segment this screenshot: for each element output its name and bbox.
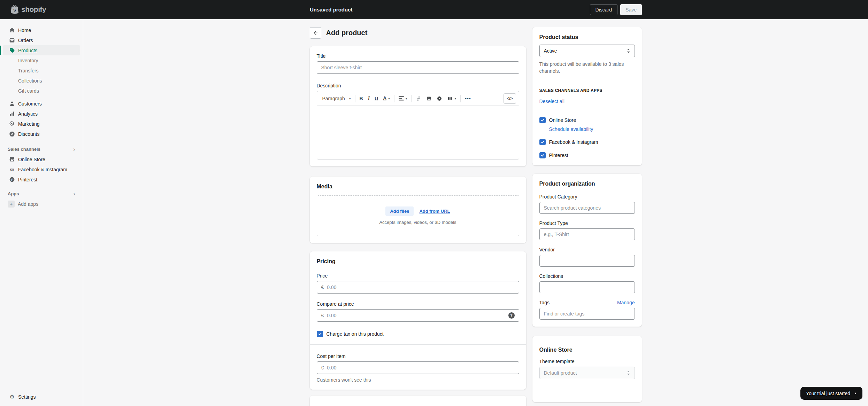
facebook-instagram-channel-label: Facebook & Instagram [549,139,598,145]
theme-template-label: Theme template [539,359,635,364]
media-dropzone[interactable]: Add files Add from URL Accepts images, v… [317,195,519,236]
online-store-icon [9,156,15,162]
sidebar-item-discounts[interactable]: Discounts [3,129,80,139]
online-store-checkbox[interactable] [539,117,546,123]
facebook-instagram-checkbox[interactable] [539,139,546,145]
description-label: Description [317,83,519,88]
compare-at-price-input[interactable] [327,313,508,318]
home-icon [9,27,15,33]
sidebar-item-products[interactable]: Products [3,45,80,55]
product-type-input[interactable] [539,228,635,240]
image-icon [426,96,432,101]
sidebar-item-home[interactable]: Home [3,25,80,35]
cost-per-item-input[interactable] [327,365,514,370]
sidebar-item-analytics[interactable]: Analytics [3,109,80,119]
sidebar-item-add-apps[interactable]: + Add apps [3,199,80,209]
sidebar-item-settings[interactable]: ⚙ Settings [3,392,80,402]
pinterest-channel-row[interactable]: Pinterest [539,152,635,158]
theme-template-select[interactable]: Default product [539,367,635,379]
show-html-button[interactable]: </> [504,93,516,104]
pinterest-icon: P [9,177,15,182]
facebook-instagram-channel-row[interactable]: Facebook & Instagram [539,139,635,145]
sidebar-item-inventory[interactable]: Inventory [3,55,80,65]
insert-video-button[interactable] [434,93,445,104]
sidebar-item-orders[interactable]: Orders [3,35,80,45]
marketing-icon [9,121,15,127]
tags-input[interactable] [539,308,635,320]
discard-button[interactable]: Discard [590,4,617,15]
apps-header[interactable]: Apps › [3,189,80,199]
orders-icon [9,37,15,43]
paragraph-style-dropdown[interactable]: Paragraph ▾ [320,93,353,104]
online-store-channel-row[interactable]: Online Store [539,117,635,123]
checkmark-icon [540,153,545,157]
description-editor: Paragraph ▾ B I U A ▾ [317,91,519,159]
price-input[interactable] [327,284,514,290]
compare-at-price-label: Compare at price [317,301,519,307]
page-title: Add product [326,29,368,37]
sidebar-item-collections[interactable]: Collections [3,76,80,86]
shopify-logo[interactable]: S shopify [10,5,46,14]
table-icon [447,96,453,101]
sidebar-item-facebook-instagram[interactable]: ∞ Facebook & Instagram [3,164,80,174]
charge-tax-checkbox[interactable] [317,331,323,337]
online-store-channel-label: Online Store [549,117,576,123]
underline-button[interactable]: U [372,93,381,104]
back-arrow-icon [313,30,318,36]
add-from-url-link[interactable]: Add from URL [419,209,450,214]
caret-down-icon: ▾ [388,97,390,100]
collections-input[interactable] [539,281,635,293]
pricing-card: Pricing Price € Compare at price € ? [310,251,526,390]
pinterest-checkbox[interactable] [539,152,546,158]
charge-tax-checkbox-row[interactable]: Charge tax on this product [317,331,519,337]
inventory-card: Inventory [310,396,526,406]
text-color-button[interactable]: A ▾ [381,93,392,104]
title-card: Title Description Paragraph ▾ B I U [310,46,526,166]
discounts-icon [9,131,15,137]
trial-status-badge[interactable]: Your trial just started ▲ [800,387,862,400]
more-formatting-button[interactable]: ••• [462,93,474,104]
help-icon[interactable]: ? [508,312,515,319]
alignment-button[interactable]: ▾ [396,93,410,104]
back-button[interactable] [310,27,321,39]
vendor-input[interactable] [539,255,635,267]
title-input[interactable] [317,61,519,74]
sidebar-item-transfers[interactable]: Transfers [3,65,80,76]
deselect-all-link[interactable]: Deselect all [539,99,564,104]
pinterest-channel-label: Pinterest [549,153,568,158]
insert-link-button[interactable] [413,93,424,104]
product-status-select[interactable]: Active [539,45,635,57]
sidebar-item-online-store[interactable]: Online Store [3,154,80,164]
sidebar-item-pinterest[interactable]: P Pinterest [3,174,80,185]
cost-per-item-label: Cost per item [317,353,519,359]
sidebar-item-marketing[interactable]: Marketing [3,119,80,129]
product-category-input[interactable] [539,202,635,214]
collections-label: Collections [539,273,635,279]
sales-channels-apps-header: SALES CHANNELS AND APPS [539,88,635,93]
charge-tax-label: Charge tax on this product [327,331,384,337]
sidebar-item-gift-cards[interactable]: Gift cards [3,86,80,96]
title-label: Title [317,53,519,59]
analytics-icon [9,111,15,117]
description-textarea[interactable] [317,106,519,159]
save-button[interactable]: Save [620,4,642,15]
sidebar-item-customers[interactable]: Customers [3,99,80,109]
status-helper-text: This product will be available to 3 sale… [539,61,635,75]
italic-button[interactable]: I [366,93,372,104]
sales-channels-header[interactable]: Sales channels › [3,144,80,154]
align-left-icon [399,96,404,101]
product-organization-heading: Product organization [539,181,635,187]
meta-infinity-icon: ∞ [9,166,15,172]
schedule-availability-link[interactable]: Schedule availability [549,126,635,132]
plus-icon: + [8,201,15,208]
online-store-card: Online Store Theme template Default prod… [532,336,642,402]
add-files-button[interactable]: Add files [385,206,414,216]
pricing-divider [310,344,526,345]
insert-image-button[interactable] [424,93,434,104]
top-bar: S shopify Unsaved product Discard Save [0,0,868,19]
insert-table-button[interactable]: ▾ [445,93,459,104]
vendor-label: Vendor [539,247,635,252]
manage-tags-link[interactable]: Manage [617,300,635,305]
bold-button[interactable]: B [357,93,366,104]
currency-prefix: € [321,313,324,318]
